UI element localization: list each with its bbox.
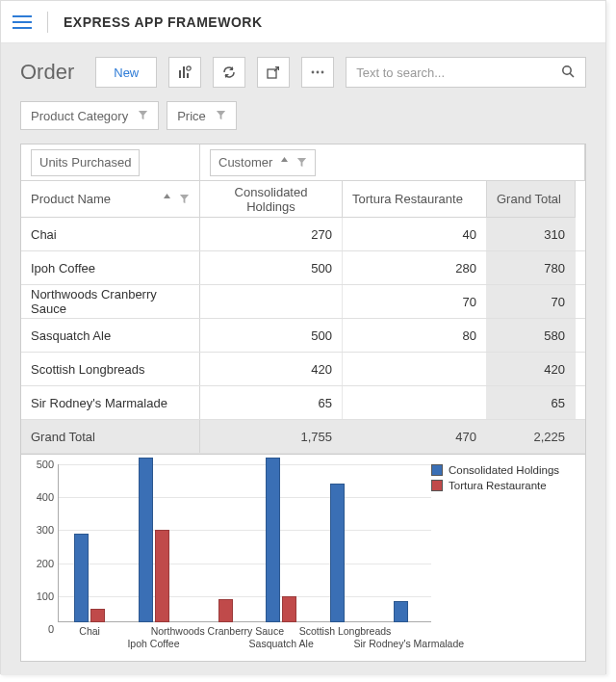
search-icon[interactable] <box>560 64 576 82</box>
svg-point-2 <box>312 71 315 74</box>
y-tick-label: 500 <box>37 459 54 470</box>
product-cell: Northwoods Cranberry Sauce <box>21 285 200 318</box>
x-tick-label: Ipoh Coffee <box>127 638 179 649</box>
column-header-total[interactable]: Grand Total <box>487 181 576 218</box>
sort-asc-icon <box>280 157 289 168</box>
sort-asc-icon <box>163 194 171 204</box>
grand-total-row: Grand Total1,7554702,225 <box>21 420 585 454</box>
grand-total-label: Grand Total <box>21 420 200 453</box>
value-cell: 70 <box>343 285 487 318</box>
legend-label: Consolidated Holdings <box>449 464 559 476</box>
search-input[interactable] <box>356 66 560 80</box>
chart-bar[interactable] <box>218 599 233 622</box>
pivot-column-field[interactable]: Customer <box>210 149 316 176</box>
filter-icon <box>138 109 148 123</box>
y-tick-label: 400 <box>37 491 54 503</box>
legend-item[interactable]: Consolidated Holdings <box>431 464 576 476</box>
table-row[interactable]: Chai27040310 <box>21 218 585 251</box>
page-title: Order <box>20 60 74 85</box>
export-icon <box>266 65 281 80</box>
filter-chip-price[interactable]: Price <box>167 101 237 130</box>
pivot-grid: Units Purchased Customer Product Name <box>20 144 586 455</box>
y-tick-label: 300 <box>37 524 54 536</box>
search-box[interactable] <box>346 57 586 88</box>
value-cell: 500 <box>200 251 343 284</box>
total-cell: 470 <box>343 420 487 453</box>
filter-icon <box>216 109 226 123</box>
svg-point-3 <box>317 71 320 74</box>
x-tick-label: Sir Rodney's Marmalade <box>354 638 465 649</box>
bars-gear-icon <box>177 65 192 80</box>
filter-icon <box>296 157 307 168</box>
total-cell: 70 <box>487 285 576 318</box>
chart-bar[interactable] <box>74 534 89 622</box>
pivot-row-field-header[interactable]: Product Name <box>21 181 200 218</box>
value-cell: 65 <box>200 386 343 419</box>
product-cell: Sir Rodney's Marmalade <box>21 386 200 419</box>
value-cell: 270 <box>200 218 343 250</box>
table-row[interactable]: Sir Rodney's Marmalade6565 <box>21 386 585 420</box>
value-cell: 280 <box>343 251 487 284</box>
total-cell: 780 <box>487 251 576 284</box>
svg-point-5 <box>563 66 571 73</box>
column-header[interactable]: Consolidated Holdings <box>200 181 343 218</box>
more-actions-button[interactable] <box>301 57 334 88</box>
x-tick-label: Sasquatch Ale <box>249 638 314 649</box>
pivot-data-field[interactable]: Units Purchased <box>31 149 140 176</box>
total-cell: 580 <box>487 319 576 352</box>
total-cell: 420 <box>487 353 576 385</box>
total-cell: 310 <box>487 218 576 250</box>
value-cell <box>343 386 487 419</box>
x-tick-label: Chai <box>79 625 100 637</box>
y-tick-label: 100 <box>37 590 54 602</box>
total-cell: 65 <box>487 386 576 419</box>
chart-bar[interactable] <box>139 458 153 622</box>
chart-bar[interactable] <box>266 458 280 622</box>
filter-chip-label: Product Category <box>31 109 128 123</box>
value-cell: 500 <box>200 319 343 352</box>
refresh-button[interactable] <box>213 57 245 88</box>
table-row[interactable]: Sasquatch Ale50080580 <box>21 319 585 353</box>
svg-point-0 <box>187 66 191 70</box>
x-tick-label: Northwoods Cranberry Sauce <box>151 625 284 637</box>
chart-bar[interactable] <box>394 601 408 622</box>
total-cell: 2,225 <box>487 420 576 453</box>
svg-point-4 <box>321 71 324 74</box>
product-cell: Scottish Longbreads <box>21 353 200 385</box>
chart-bar[interactable] <box>330 484 345 622</box>
value-cell: 420 <box>200 353 343 385</box>
chart-bar[interactable] <box>155 530 169 622</box>
value-cell: 80 <box>343 319 487 352</box>
separator <box>47 12 48 33</box>
chart-bar[interactable] <box>90 609 105 622</box>
pivot-data-area[interactable]: Units Purchased <box>21 144 200 181</box>
filter-chip-label: Price <box>177 109 206 123</box>
ellipsis-icon <box>310 65 325 80</box>
y-tick-label: 0 <box>48 623 54 635</box>
app-title: EXPRESS APP FRAMEWORK <box>64 14 263 30</box>
product-cell: Chai <box>21 218 200 250</box>
export-button[interactable] <box>257 57 290 88</box>
table-row[interactable]: Ipoh Coffee500280780 <box>21 251 585 285</box>
value-cell <box>343 353 487 385</box>
legend-swatch <box>431 480 443 491</box>
pivot-column-area[interactable]: Customer <box>200 144 585 181</box>
table-row[interactable]: Scottish Longbreads420420 <box>21 353 585 386</box>
legend-item[interactable]: Tortura Restaurante <box>431 480 576 491</box>
refresh-icon <box>221 65 237 80</box>
legend-swatch <box>431 464 443 476</box>
y-tick-label: 200 <box>37 558 54 569</box>
filter-icon <box>179 194 190 204</box>
chart-bar[interactable] <box>282 596 296 622</box>
product-cell: Ipoh Coffee <box>21 251 200 284</box>
filter-chip-product-category[interactable]: Product Category <box>20 101 159 130</box>
hamburger-menu[interactable] <box>13 13 32 32</box>
pivot-chart: 0100200300400500ChaiIpoh CoffeeNorthwood… <box>20 455 586 662</box>
column-header[interactable]: Tortura Restaurante <box>343 181 487 218</box>
table-row[interactable]: Northwoods Cranberry Sauce7070 <box>21 285 585 319</box>
value-cell <box>200 285 343 318</box>
product-cell: Sasquatch Ale <box>21 319 200 352</box>
x-tick-label: Scottish Longbreads <box>299 625 392 637</box>
chart-settings-button[interactable] <box>168 57 201 88</box>
new-button[interactable]: New <box>95 57 157 88</box>
